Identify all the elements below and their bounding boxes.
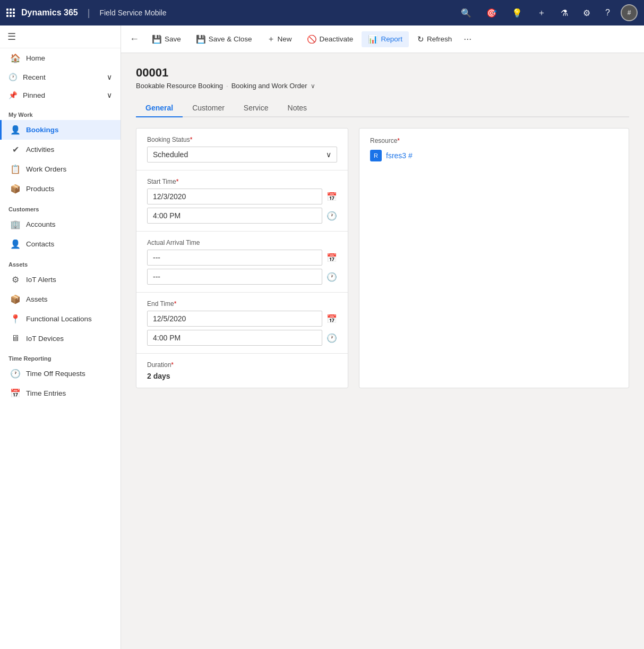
- booking-status-select[interactable]: Scheduled ∨: [147, 147, 337, 163]
- sidebar-item-activities[interactable]: ✔ Activities: [0, 140, 121, 159]
- start-date-calendar-icon[interactable]: 📅: [327, 192, 337, 202]
- lightbulb-icon[interactable]: 💡: [508, 6, 527, 20]
- end-date-input[interactable]: 12/5/2020: [147, 311, 322, 327]
- body-wrap: ☰ 🏠 Home 🕐 Recent ∨ 📌 Pinned ∨ My Work 👤…: [0, 25, 644, 649]
- new-button[interactable]: ＋ New: [261, 31, 298, 47]
- settings-icon[interactable]: ⚙: [579, 6, 595, 20]
- more-options-button[interactable]: ···: [460, 30, 475, 48]
- sidebar-item-recent[interactable]: 🕐 Recent ∨: [0, 68, 121, 86]
- sidebar-item-assets[interactable]: 📦 Assets: [0, 289, 121, 309]
- booking-status-field: Booking Status* Scheduled ∨: [136, 129, 348, 170]
- sidebar-item-bookings[interactable]: 👤 Bookings: [0, 120, 121, 140]
- tab-customer[interactable]: Customer: [183, 99, 234, 117]
- actual-arrival-time-label: Actual Arrival Time: [147, 239, 337, 246]
- report-button[interactable]: 📊 Report: [362, 31, 409, 47]
- add-icon[interactable]: ＋: [533, 5, 550, 21]
- sidebar-item-pinned[interactable]: 📌 Pinned ∨: [0, 86, 121, 104]
- breadcrumb-chevron-icon[interactable]: ∨: [311, 82, 315, 90]
- save-label: Save: [165, 35, 181, 43]
- sidebar-label-accounts: Accounts: [26, 220, 56, 228]
- nav-divider: |: [88, 7, 90, 19]
- sidebar-item-iot-alerts[interactable]: ⚙ IoT Alerts: [0, 270, 121, 289]
- duration-value: 2 days: [147, 372, 337, 380]
- report-label: Report: [381, 35, 402, 43]
- refresh-label: Refresh: [427, 35, 452, 43]
- duration-required: *: [171, 361, 174, 369]
- recent-icon: 🕐: [8, 73, 18, 81]
- arrival-time-input[interactable]: ---: [147, 269, 322, 285]
- tab-service[interactable]: Service: [234, 99, 278, 117]
- save-close-button[interactable]: 💾 Save & Close: [190, 31, 259, 47]
- sidebar-label-products: Products: [26, 185, 54, 193]
- sidebar-item-functional-locations[interactable]: 📍 Functional Locations: [0, 309, 121, 329]
- sidebar-item-products[interactable]: 📦 Products: [0, 179, 121, 199]
- end-time-field: End Time* 12/5/2020 📅 4:00 PM 🕐: [136, 293, 348, 354]
- tab-general[interactable]: General: [136, 99, 183, 117]
- sidebar-label-functional-locations: Functional Locations: [26, 315, 92, 323]
- hamburger-icon[interactable]: ☰: [7, 31, 16, 42]
- filter-icon[interactable]: ⚗: [556, 6, 572, 20]
- sidebar-item-accounts[interactable]: 🏢 Accounts: [0, 215, 121, 234]
- arrival-date-input[interactable]: ---: [147, 250, 322, 266]
- duration-label: Duration*: [147, 361, 337, 369]
- end-date-row: 12/5/2020 📅: [147, 311, 337, 327]
- section-header-my-work: My Work: [0, 104, 121, 120]
- end-time-clock-icon[interactable]: 🕐: [327, 333, 337, 343]
- target-icon[interactable]: 🎯: [482, 6, 501, 20]
- search-icon[interactable]: 🔍: [457, 6, 476, 20]
- page-content: 00001 Bookable Resource Booking · Bookin…: [121, 53, 644, 649]
- sidebar-label-assets: Assets: [26, 295, 48, 303]
- sidebar-top: ☰: [0, 25, 121, 48]
- sidebar-label-bookings: Bookings: [26, 126, 59, 134]
- start-time-input[interactable]: 4:00 PM: [147, 208, 322, 224]
- sidebar-label-activities: Activities: [26, 146, 54, 153]
- time-entries-icon: 📅: [10, 388, 21, 398]
- end-time-required: *: [174, 300, 177, 308]
- arrival-time-clock-icon[interactable]: 🕐: [327, 272, 337, 282]
- report-icon: 📊: [368, 35, 378, 44]
- activities-icon: ✔: [10, 144, 21, 155]
- end-date-calendar-icon[interactable]: 📅: [327, 314, 337, 324]
- resource-label: Resource*: [370, 137, 618, 144]
- sidebar-item-home[interactable]: 🏠 Home: [0, 48, 121, 68]
- iot-alerts-icon: ⚙: [10, 275, 21, 285]
- help-icon[interactable]: ?: [601, 6, 614, 20]
- new-icon: ＋: [267, 34, 275, 44]
- sidebar-item-work-orders[interactable]: 📋 Work Orders: [0, 159, 121, 179]
- sidebar-label-time-entries: Time Entries: [26, 389, 66, 397]
- resource-value[interactable]: R fsres3 #: [370, 150, 618, 161]
- section-header-time-reporting: Time Reporting: [0, 348, 121, 364]
- bookings-icon: 👤: [10, 125, 21, 135]
- recent-chevron-icon: ∨: [107, 73, 112, 81]
- actual-arrival-time-field: Actual Arrival Time --- 📅 --- 🕐: [136, 232, 348, 293]
- arrival-date-calendar-icon[interactable]: 📅: [327, 253, 337, 263]
- user-avatar[interactable]: #: [621, 4, 638, 21]
- start-time-required: *: [176, 178, 179, 185]
- start-date-row: 12/3/2020 📅: [147, 189, 337, 204]
- arrival-time-row: --- 🕐: [147, 269, 337, 285]
- resource-name: fsres3 #: [386, 151, 413, 160]
- time-off-icon: 🕐: [10, 369, 21, 379]
- breadcrumb-type: Bookable Resource Booking: [136, 82, 223, 90]
- back-button[interactable]: ←: [130, 33, 139, 45]
- tab-notes[interactable]: Notes: [278, 99, 317, 117]
- sidebar-item-contacts[interactable]: 👤 Contacts: [0, 234, 121, 254]
- save-icon: 💾: [152, 35, 162, 44]
- waffle-menu[interactable]: [6, 8, 15, 17]
- deactivate-button[interactable]: 🚫 Deactivate: [300, 31, 360, 47]
- toolbar: ← 💾 Save 💾 Save & Close ＋ New 🚫 Deactiva…: [121, 25, 644, 53]
- deactivate-icon: 🚫: [307, 35, 317, 44]
- refresh-icon: ↻: [417, 35, 424, 44]
- sidebar-item-time-off-requests[interactable]: 🕐 Time Off Requests: [0, 364, 121, 383]
- section-header-customers: Customers: [0, 199, 121, 215]
- end-time-input[interactable]: 4:00 PM: [147, 330, 322, 346]
- start-time-clock-icon[interactable]: 🕐: [327, 211, 337, 221]
- sidebar-item-time-entries[interactable]: 📅 Time Entries: [0, 383, 121, 403]
- sidebar-item-iot-devices[interactable]: 🖥 IoT Devices: [0, 329, 121, 348]
- resource-required: *: [397, 137, 400, 144]
- save-button[interactable]: 💾 Save: [145, 31, 187, 47]
- refresh-button[interactable]: ↻ Refresh: [411, 31, 458, 47]
- form-area: Booking Status* Scheduled ∨ Start Time*: [136, 128, 629, 388]
- record-id: 00001: [136, 66, 629, 80]
- start-date-input[interactable]: 12/3/2020: [147, 189, 322, 204]
